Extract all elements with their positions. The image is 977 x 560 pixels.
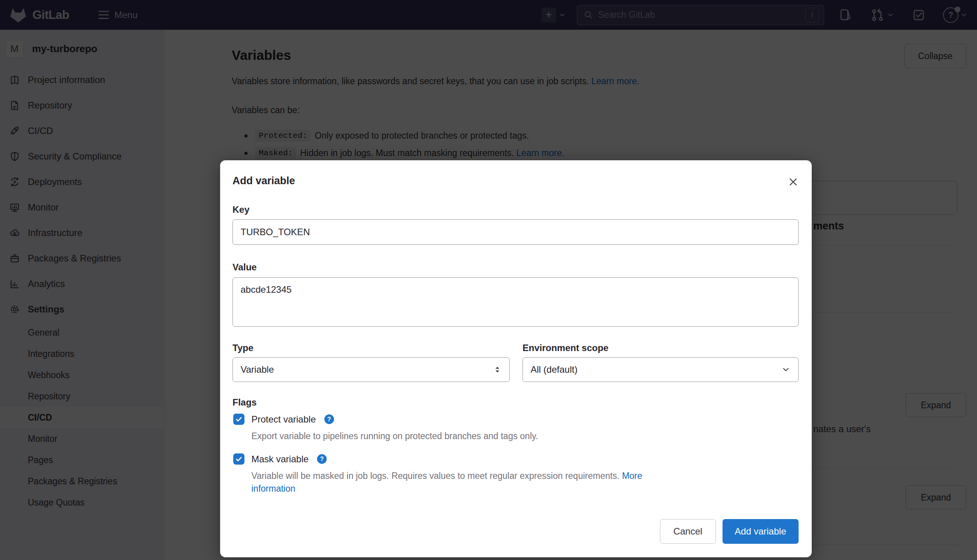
add-variable-modal: Add variable Key Value abcde12345 Type V…	[220, 160, 812, 557]
updown-arrows-icon	[493, 365, 502, 374]
close-button[interactable]	[785, 174, 801, 190]
protect-variable-description: Export variable to pipelines running on …	[251, 430, 538, 443]
protect-variable-checkbox[interactable]	[233, 414, 244, 425]
help-question-icon[interactable]: ?	[317, 454, 327, 464]
add-variable-submit-button[interactable]: Add variable	[723, 519, 799, 544]
mask-variable-row: Mask variable ?	[233, 453, 327, 465]
help-question-icon[interactable]: ?	[324, 414, 334, 424]
mask-description-text: Variable will be masked in job logs. Req…	[251, 471, 619, 481]
environment-scope-select[interactable]: All (default)	[522, 357, 799, 382]
protect-variable-label: Protect variable	[251, 414, 316, 425]
link-text: More	[622, 471, 642, 481]
close-icon	[788, 177, 798, 187]
protect-variable-row: Protect variable ?	[233, 414, 334, 425]
modal-title: Add variable	[232, 175, 295, 187]
chevron-down-icon	[781, 365, 790, 374]
type-label: Type	[232, 343, 253, 353]
check-icon	[235, 455, 243, 463]
value-textarea[interactable]: abcde12345	[232, 277, 799, 327]
environment-scope-label: Environment scope	[522, 343, 609, 353]
value-label: Value	[232, 262, 257, 273]
mask-variable-checkbox[interactable]	[233, 453, 244, 465]
key-label: Key	[232, 204, 249, 215]
modal-footer: Cancel Add variable	[660, 519, 799, 544]
check-icon	[235, 416, 243, 423]
link-text: information	[251, 484, 295, 494]
mask-variable-label: Mask variable	[251, 454, 309, 465]
environment-scope-selected-value: All (default)	[531, 364, 577, 375]
flags-label: Flags	[232, 397, 257, 408]
cancel-button[interactable]: Cancel	[660, 519, 716, 544]
type-select[interactable]: Variable	[232, 357, 510, 382]
key-input[interactable]	[232, 219, 799, 245]
type-selected-value: Variable	[241, 364, 274, 375]
mask-variable-description: Variable will be masked in job logs. Req…	[251, 470, 642, 495]
